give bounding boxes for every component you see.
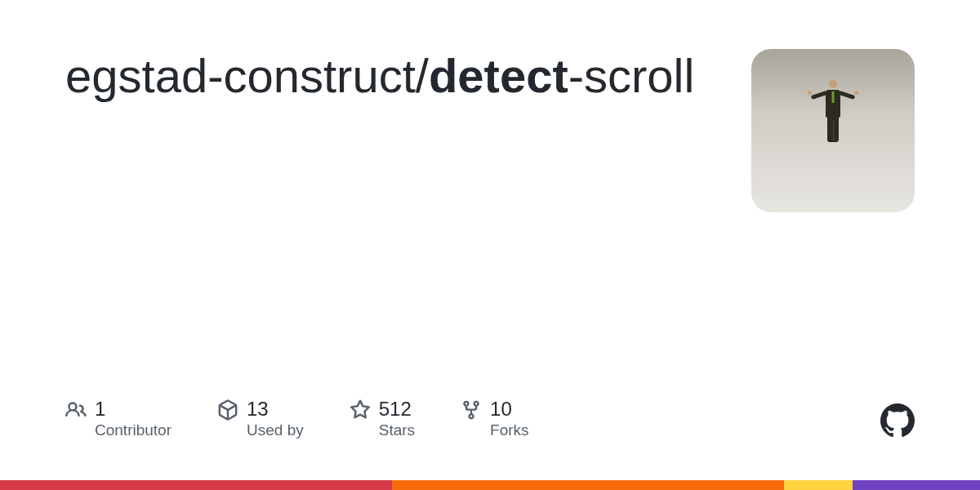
star-icon — [350, 399, 371, 421]
repo-avatar — [751, 49, 915, 212]
header: egstad-construct/detect-scroll — [65, 49, 915, 212]
repo-owner: egstad-construct — [65, 49, 416, 102]
title-block: egstad-construct/detect-scroll — [65, 49, 751, 104]
stars-label: Stars — [379, 421, 415, 441]
forks-label: Forks — [490, 421, 529, 441]
contributors-label: Contributor — [95, 421, 172, 441]
usedby-stat: 13 Used by — [217, 398, 304, 441]
stat-text: 512 Stars — [379, 398, 415, 441]
github-logo-icon — [880, 403, 915, 438]
stat-text: 1 Contributor — [95, 398, 172, 441]
stat-text: 13 Used by — [247, 398, 304, 441]
title-separator: / — [416, 49, 429, 102]
bar-segment — [392, 480, 784, 490]
forks-stat: 10 Forks — [461, 398, 529, 441]
usedby-label: Used by — [247, 421, 304, 441]
repo-title: egstad-construct/detect-scroll — [65, 49, 719, 104]
package-icon — [217, 399, 238, 421]
bar-segment — [853, 480, 980, 490]
repo-name-bold: detect — [429, 49, 568, 102]
stars-stat: 512 Stars — [350, 398, 415, 441]
bar-segment — [0, 480, 392, 490]
forks-count: 10 — [490, 398, 529, 421]
repo-name-rest: -scroll — [568, 49, 695, 102]
language-color-bar — [0, 480, 980, 490]
fork-icon — [461, 399, 482, 421]
usedby-count: 13 — [247, 398, 304, 421]
stats-row: 1 Contributor 13 Used by 512 — [65, 398, 915, 441]
stats-list: 1 Contributor 13 Used by 512 — [65, 398, 529, 441]
social-preview-card: egstad-construct/detect-scroll — [0, 0, 980, 490]
contributors-count: 1 — [95, 398, 172, 421]
stars-count: 512 — [379, 398, 415, 421]
avatar-figure — [826, 80, 840, 142]
contributors-stat: 1 Contributor — [65, 398, 172, 441]
people-icon — [65, 399, 87, 421]
bar-segment — [784, 480, 853, 490]
stat-text: 10 Forks — [490, 398, 529, 441]
